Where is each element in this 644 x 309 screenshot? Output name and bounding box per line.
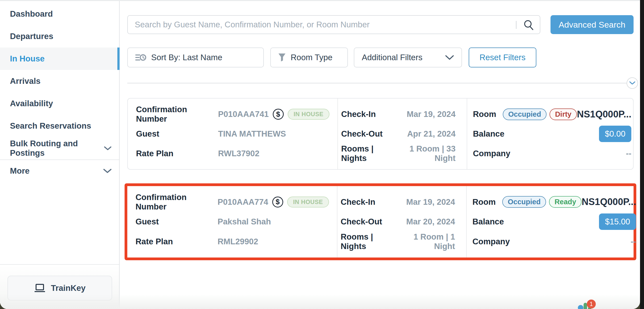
unread-count-badge: 1 xyxy=(587,299,596,308)
status-badge: IN HOUSE xyxy=(287,197,329,207)
balance-label: Balance xyxy=(473,129,503,139)
check-out-label: Check-Out xyxy=(341,129,400,139)
balance-label: Balance xyxy=(472,217,502,226)
card-identity-column: Confirmation Number P010AAA774 $ IN HOUS… xyxy=(127,186,338,257)
sidebar-item-more[interactable]: More xyxy=(0,159,119,182)
check-in-value: Mar 19, 2024 xyxy=(407,110,456,119)
guest-label: Guest xyxy=(136,129,218,139)
collapse-toggle-button[interactable] xyxy=(626,77,638,89)
rate-plan-value: RWL37902 xyxy=(218,149,259,158)
reset-filters-label: Reset Filters xyxy=(480,53,526,62)
app-window: Dashboard Departures In House Arrivals A… xyxy=(0,0,640,309)
check-out-label: Check-Out xyxy=(341,217,399,226)
company-label: Company xyxy=(472,237,502,246)
trainkey-button[interactable]: TrainKey xyxy=(8,276,112,300)
rate-plan-value: RML29902 xyxy=(218,237,258,246)
card-identity-column: Confirmation Number P010AAA741 $ IN HOUS… xyxy=(128,99,338,169)
section-divider xyxy=(127,83,627,83)
room-housekeeping-pill: Ready xyxy=(549,196,582,208)
confirmation-value: P010AAA741 xyxy=(218,110,269,119)
card-stay-column: Check-In Mar 19, 2024 Check-Out Apr 21, … xyxy=(338,99,467,169)
rate-plan-label: Rate Plan xyxy=(136,149,218,158)
check-out-value: Mar 20, 2024 xyxy=(406,217,455,226)
rooms-nights-value: 1 Room | 1 Night xyxy=(399,232,455,251)
company-value: -- xyxy=(626,149,631,158)
guest-value: Pakshal Shah xyxy=(218,217,271,226)
sidebar-item-label: Availability xyxy=(10,99,53,108)
sidebar-item-label: In House xyxy=(10,54,44,64)
check-in-label: Check-In xyxy=(341,197,399,207)
sidebar-footer: TrainKey xyxy=(0,264,119,309)
search-icon[interactable] xyxy=(523,19,534,31)
chat-logo-icon xyxy=(584,303,587,309)
chat-logo-icon xyxy=(578,305,583,309)
sidebar-item-label: Departures xyxy=(10,32,53,41)
sidebar-item-label: Search Reservations xyxy=(10,121,91,131)
folio-dollar-icon[interactable]: $ xyxy=(272,197,283,207)
status-badge: IN HOUSE xyxy=(288,109,330,120)
reservation-card[interactable]: Confirmation Number P010AAA741 $ IN HOUS… xyxy=(127,98,634,170)
sidebar-item-search-reservations[interactable]: Search Reservations xyxy=(0,115,119,137)
sort-recent-icon xyxy=(135,53,146,62)
trainkey-label: TrainKey xyxy=(51,283,86,293)
rooms-nights-label: Rooms | Nights xyxy=(341,144,400,163)
confirmation-label: Confirmation Number xyxy=(136,193,218,211)
guest-value: TINA MATTHEWS xyxy=(218,129,286,139)
guest-label: Guest xyxy=(136,217,218,226)
card-stay-column: Check-In Mar 19, 2024 Check-Out Mar 20, … xyxy=(338,186,467,257)
sidebar-item-in-house[interactable]: In House xyxy=(0,48,119,70)
room-housekeeping-pill: Dirty xyxy=(550,109,577,120)
room-occupancy-pill: Occupied xyxy=(503,109,546,120)
rooms-nights-label: Rooms | Nights xyxy=(341,232,399,251)
sidebar-item-label: Bulk Routing and Postings xyxy=(10,139,104,158)
sidebar: Dashboard Departures In House Arrivals A… xyxy=(0,1,120,309)
confirmation-value: P010AAA774 xyxy=(218,197,268,207)
room-number: NS1Q000P... xyxy=(577,109,631,120)
reservation-card[interactable]: Confirmation Number P010AAA774 $ IN HOUS… xyxy=(127,186,634,257)
sidebar-nav: Dashboard Departures In House Arrivals A… xyxy=(0,1,119,182)
card-room-column: Room Occupied Ready NS1Q000P... Balance … xyxy=(467,186,640,257)
company-value: -- xyxy=(630,237,636,246)
check-in-label: Check-In xyxy=(341,110,400,119)
confirmation-label: Confirmation Number xyxy=(136,105,218,124)
chevron-down-icon xyxy=(104,146,112,151)
advanced-search-button[interactable]: Advanced Search xyxy=(550,15,634,34)
room-number: NS1Q000P... xyxy=(582,197,636,207)
sidebar-item-departures[interactable]: Departures xyxy=(0,25,119,48)
chevron-down-icon xyxy=(103,168,112,173)
sort-by-button[interactable]: Sort By: Last Name xyxy=(127,48,264,67)
rate-plan-label: Rate Plan xyxy=(136,237,218,246)
room-type-label: Room Type xyxy=(291,53,332,62)
search-input-divider xyxy=(516,21,516,29)
search-input[interactable] xyxy=(127,15,540,34)
reset-filters-button[interactable]: Reset Filters xyxy=(469,48,536,67)
chevron-down-icon xyxy=(445,55,454,60)
filter-funnel-icon xyxy=(278,53,286,62)
room-type-button[interactable]: Room Type xyxy=(270,48,348,67)
background-window-edge xyxy=(640,0,644,309)
sidebar-item-label: Arrivals xyxy=(10,76,40,86)
chevron-down-icon xyxy=(629,81,635,85)
room-label: Room xyxy=(472,197,502,207)
laptop-icon xyxy=(34,284,46,292)
additional-filters-button[interactable]: Additional Filters xyxy=(354,48,462,67)
sort-by-label: Sort By: Last Name xyxy=(151,53,222,62)
balance-button[interactable]: $15.00 xyxy=(599,213,636,230)
main-content: Advanced Search Sort By: Last Name Room … xyxy=(120,1,640,309)
check-in-value: Mar 19, 2024 xyxy=(406,197,455,207)
room-label: Room xyxy=(473,110,503,119)
sidebar-item-dashboard[interactable]: Dashboard xyxy=(0,3,119,25)
balance-button[interactable]: $0.00 xyxy=(599,126,632,142)
company-label: Company xyxy=(473,149,503,158)
sidebar-item-arrivals[interactable]: Arrivals xyxy=(0,70,119,92)
sidebar-item-bulk-routing[interactable]: Bulk Routing and Postings xyxy=(0,137,119,159)
highlight-box: Confirmation Number P010AAA774 $ IN HOUS… xyxy=(124,183,636,260)
sidebar-item-availability[interactable]: Availability xyxy=(0,92,119,115)
sidebar-item-label: Dashboard xyxy=(10,9,53,19)
room-occupancy-pill: Occupied xyxy=(502,196,546,208)
folio-dollar-icon[interactable]: $ xyxy=(273,109,284,120)
sidebar-item-label: More xyxy=(10,166,30,176)
chat-widget-button[interactable]: 1 xyxy=(574,299,617,309)
card-room-column: Room Occupied Dirty NS1Q000P... Balance … xyxy=(467,99,636,169)
additional-filters-label: Additional Filters xyxy=(362,53,422,62)
